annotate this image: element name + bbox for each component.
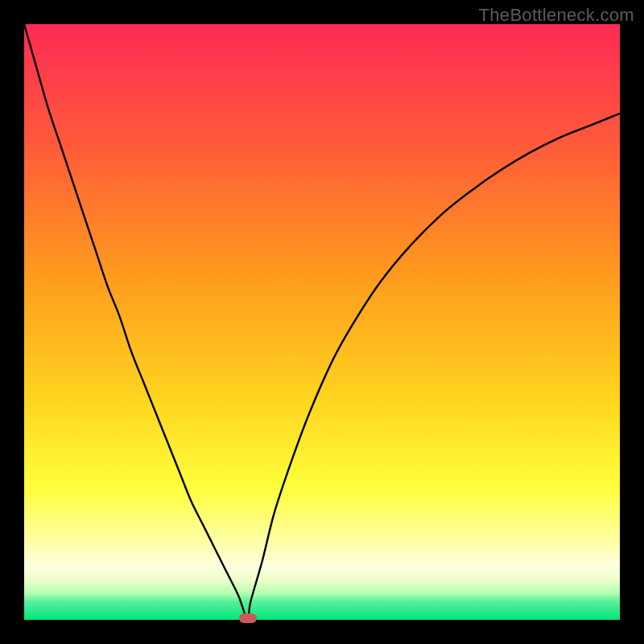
chart-frame: TheBottleneck.com bbox=[0, 0, 644, 644]
bottleneck-curve bbox=[24, 24, 620, 620]
curve-layer bbox=[24, 24, 620, 620]
minimum-marker bbox=[239, 613, 257, 623]
watermark-label: TheBottleneck.com bbox=[479, 5, 634, 26]
plot-area bbox=[24, 24, 620, 620]
